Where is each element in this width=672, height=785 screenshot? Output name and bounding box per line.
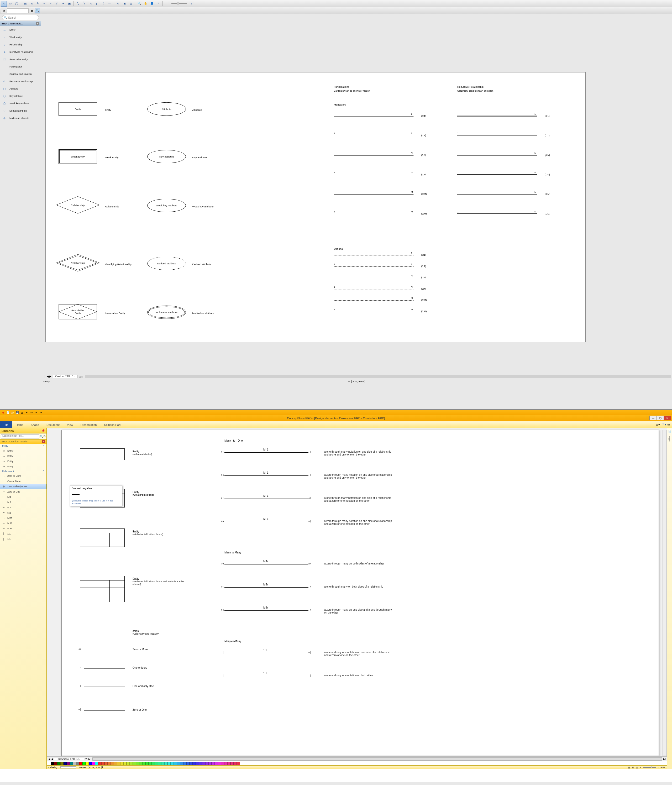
connector3[interactable]: ⤷ <box>41 1 47 6</box>
pointer-tool[interactable]: ↖ <box>1 1 7 6</box>
color-swatch[interactable] <box>114 762 117 765</box>
func-tool[interactable]: ƒ <box>155 1 161 6</box>
lib-item[interactable]: ⊸M:M <box>0 515 47 521</box>
color-swatch[interactable] <box>133 762 136 765</box>
lib-item[interactable]: ⊢M:1 <box>0 494 47 500</box>
align-v2[interactable]: ⋮ <box>100 1 106 6</box>
close-lib-icon[interactable]: × <box>42 440 45 443</box>
app-icon[interactable]: ◆ <box>1 410 5 414</box>
lib-item[interactable]: ╫1:1 <box>0 536 47 542</box>
color-swatch[interactable] <box>101 762 105 765</box>
lib-item[interactable]: ⧈Weak entity <box>0 34 41 41</box>
color-swatch[interactable] <box>57 762 60 765</box>
lib-item[interactable]: ▭Entity <box>0 464 47 469</box>
connector1[interactable]: ↘ <box>29 1 34 6</box>
color-swatch[interactable] <box>161 762 164 765</box>
color-swatch[interactable] <box>89 762 92 765</box>
nav-prev[interactable]: ◀ <box>47 375 49 378</box>
library-header[interactable]: ERD, Chen's nota... × <box>0 21 41 26</box>
color-swatch[interactable] <box>196 762 199 765</box>
color-swatch[interactable] <box>67 762 70 765</box>
zoom-in-tool[interactable]: 🔍 <box>136 1 142 6</box>
tab-prev[interactable]: ◀ <box>51 758 53 760</box>
color-swatch[interactable] <box>127 762 130 765</box>
color-swatch[interactable] <box>152 762 155 765</box>
color-swatch[interactable] <box>142 762 145 765</box>
lib-item[interactable]: ◯Attribute <box>0 85 41 92</box>
connector5[interactable]: ↱ <box>54 1 59 6</box>
lib-item[interactable]: ⊢M:1 <box>0 500 47 505</box>
color-swatch[interactable] <box>208 762 212 765</box>
tab-next[interactable]: ▶ | <box>89 758 92 760</box>
canvas-area[interactable]: EntityEntityWeak EntityWeak EntityRelati… <box>41 21 672 391</box>
connector6[interactable]: ⇢ <box>60 1 66 6</box>
color-swatch[interactable] <box>199 762 202 765</box>
pages-icon[interactable]: 📄 <box>668 430 671 433</box>
zoom-slider[interactable] <box>172 3 187 4</box>
lib-item[interactable]: ⬚Associative entity <box>0 56 41 63</box>
lib-item[interactable]: ◯Key attribute <box>0 92 41 100</box>
layout2[interactable]: ⊞ <box>122 1 127 6</box>
lib-item[interactable]: ┄Optional participation <box>0 70 41 78</box>
color-swatch[interactable] <box>136 762 139 765</box>
color-swatch[interactable] <box>123 762 127 765</box>
color-swatch[interactable] <box>105 762 108 765</box>
status-zoom-out[interactable]: − <box>640 766 641 769</box>
color-swatch[interactable] <box>86 762 89 765</box>
qat-save[interactable]: 💾 <box>15 410 19 414</box>
line1[interactable]: ╲ <box>75 1 81 6</box>
ribbon-tab[interactable]: Solution Park <box>100 423 125 426</box>
color-swatch[interactable] <box>148 762 152 765</box>
library-search[interactable]: Loading Index File... <box>1 434 39 438</box>
color-swatch[interactable] <box>174 762 177 765</box>
person-tool[interactable]: 👤 <box>149 1 155 6</box>
color-swatch[interactable] <box>234 762 237 765</box>
qat-print[interactable]: 🖨 <box>20 410 24 414</box>
lib-item[interactable]: ◯Weak key attribute <box>0 100 41 107</box>
status-zoom-in[interactable]: + <box>658 766 659 769</box>
lib-item[interactable]: ╫One and only One <box>0 484 47 489</box>
color-swatch[interactable] <box>76 762 79 765</box>
connector2[interactable]: ↳ <box>35 1 41 6</box>
pin-icon[interactable]: 📌 <box>41 429 45 432</box>
color-swatch[interactable] <box>189 762 193 765</box>
group-entity[interactable]: Entity˄ <box>0 444 47 448</box>
lib-item[interactable]: ⟳Recursive relationship <box>0 78 41 85</box>
h-scrollbar[interactable] <box>92 757 662 761</box>
tree-view-btn[interactable]: ⧉ <box>1 8 6 13</box>
ribbon-tab[interactable]: Shape <box>27 423 43 426</box>
lib-item[interactable]: ◎Multivalue attribute <box>0 114 41 122</box>
color-swatch[interactable] <box>70 762 73 765</box>
pages-tab[interactable]: Pages <box>668 435 671 443</box>
search-input[interactable]: 🔍 Search <box>2 15 39 20</box>
color-swatch[interactable] <box>202 762 205 765</box>
color-swatch[interactable] <box>111 762 114 765</box>
lib-item[interactable]: ◌Derived attribute <box>0 107 41 114</box>
lib-item[interactable]: ╫1:1 <box>0 531 47 536</box>
v-scrollbar[interactable] <box>663 430 667 756</box>
lib-item[interactable]: ⊸M:M <box>0 526 47 531</box>
lib-item[interactable]: ◇Relationship <box>0 41 41 48</box>
align-v1[interactable]: ⫿ <box>94 1 100 6</box>
lib-expand-header[interactable]: ERD, crow's foot notation× <box>0 439 47 444</box>
group-relationship[interactable]: Relationship˄ <box>0 469 47 473</box>
stamp-tool[interactable]: ▣ <box>66 1 72 6</box>
close-icon[interactable]: × <box>36 22 39 25</box>
lib-item[interactable]: ▭Entity <box>0 448 47 453</box>
status-view-icon[interactable]: ▤ <box>636 766 638 769</box>
ellipse-tool[interactable]: ◯ <box>14 1 19 6</box>
ribbon-tab[interactable]: View <box>63 423 77 426</box>
color-swatch[interactable] <box>145 762 148 765</box>
color-swatch[interactable] <box>92 762 95 765</box>
ribbon-layout-icon[interactable]: ▤▾ <box>656 423 660 426</box>
color-swatch[interactable] <box>158 762 161 765</box>
color-swatch[interactable] <box>108 762 111 765</box>
color-swatch[interactable] <box>117 762 120 765</box>
tab-end[interactable]: ▶| <box>663 758 666 760</box>
connector4[interactable]: ⤶ <box>47 1 53 6</box>
color-swatch[interactable] <box>79 762 83 765</box>
color-swatch[interactable] <box>180 762 183 765</box>
text-tool[interactable]: ▤ <box>22 1 28 6</box>
nav-next[interactable]: ▶ <box>49 375 52 378</box>
lib-item[interactable]: ▭Entity <box>0 26 41 34</box>
